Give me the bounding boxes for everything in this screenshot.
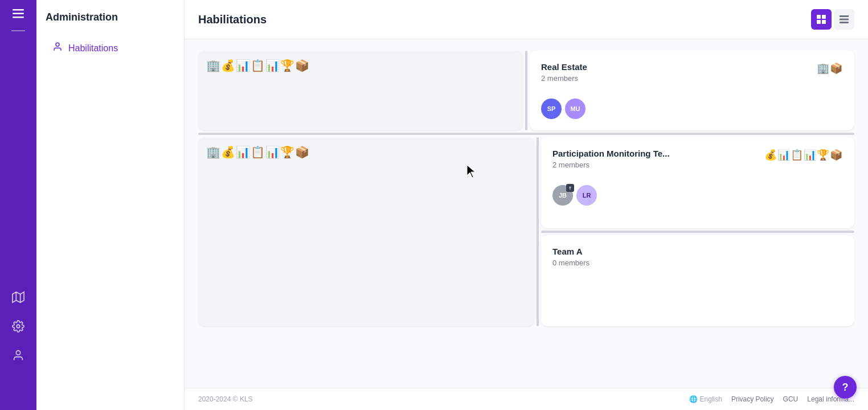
team-a-title: Team A (552, 247, 843, 256)
svg-rect-12 (822, 20, 826, 24)
real-estate-avatars: SP MU (541, 99, 843, 119)
view-toggles (811, 9, 854, 30)
language-selector[interactable]: 🌐 English (689, 395, 722, 403)
card-mid-left[interactable]: 🏢💰📊📋📊🏆📦 (198, 137, 534, 326)
svg-rect-11 (817, 20, 821, 24)
grid-area: 🏢💰📊📋📊🏆📦 Real Estate 2 members 🏢📦 SP MU (185, 39, 868, 388)
svg-point-7 (16, 351, 20, 355)
svg-rect-1 (13, 13, 24, 15)
real-estate-emojis: 🏢📦 (817, 62, 843, 75)
participation-title: Participation Monitoring Te... (552, 149, 670, 158)
sidebar-divider (11, 30, 25, 31)
list-view-button[interactable] (834, 9, 854, 30)
menu-icon[interactable] (13, 9, 24, 21)
main-header: Habilitations (185, 0, 868, 39)
grid-view-button[interactable] (811, 9, 832, 30)
card-top-left[interactable]: 🏢💰📊📋📊🏆📦 (198, 51, 523, 130)
language-label: English (700, 395, 722, 403)
svg-rect-2 (13, 17, 24, 18)
svg-rect-15 (840, 22, 849, 23)
svg-marker-3 (13, 292, 24, 302)
avatar-lr: LR (576, 185, 597, 206)
row-divider-2[interactable] (541, 231, 854, 233)
gcu-link[interactable]: GCU (783, 395, 799, 403)
footer: 2020-2024 © KLS 🌐 English Privacy Policy… (185, 388, 868, 410)
privacy-policy-link[interactable]: Privacy Policy (731, 395, 774, 403)
copyright: 2020-2024 © KLS (198, 395, 253, 403)
footer-links: 🌐 English Privacy Policy GCU Legal infor… (689, 395, 854, 403)
team-a-members: 0 members (552, 259, 843, 267)
participation-avatars: JB T LR (552, 185, 843, 206)
avatar-jb: JB T (552, 185, 573, 206)
help-button[interactable]: ? (834, 376, 857, 399)
svg-rect-9 (817, 15, 821, 19)
nav-item-habilitations[interactable]: Habilitations (46, 37, 175, 59)
svg-rect-14 (840, 19, 849, 20)
gear-icon[interactable] (12, 320, 24, 335)
jb-badge: T (566, 184, 574, 192)
real-estate-members: 2 members (541, 74, 587, 83)
real-estate-title: Real Estate (541, 62, 587, 72)
card-real-estate[interactable]: Real Estate 2 members 🏢📦 SP MU (530, 51, 854, 130)
left-panel: Administration Habilitations (36, 0, 185, 410)
main-title: Habilitations (198, 13, 267, 26)
habilitations-nav-label: Habilitations (68, 43, 118, 54)
sidebar (0, 0, 36, 410)
profile-icon[interactable] (12, 349, 24, 364)
card-team-a[interactable]: Team A 0 members (541, 235, 854, 326)
main-content: Habilitations (185, 0, 868, 410)
row-divider-1[interactable] (198, 133, 854, 135)
svg-rect-0 (13, 9, 24, 11)
habilitations-nav-icon (52, 42, 63, 55)
language-icon: 🌐 (689, 395, 698, 403)
card-participation[interactable]: Participation Monitoring Te... 2 members… (541, 137, 854, 228)
col-divider-2[interactable] (537, 137, 539, 326)
participation-emojis: 💰📊📋📊🏆📦 (764, 149, 843, 161)
map-icon[interactable] (12, 291, 24, 306)
admin-title: Administration (46, 11, 175, 23)
svg-rect-10 (822, 15, 826, 19)
avatar-mu: MU (565, 99, 586, 119)
svg-point-8 (56, 43, 59, 46)
svg-rect-13 (840, 15, 849, 17)
mid-left-emojis: 🏢💰📊📋📊🏆📦 (206, 145, 310, 159)
participation-members: 2 members (552, 161, 670, 169)
avatar-sp: SP (541, 99, 562, 119)
sidebar-bottom-icons (12, 291, 24, 364)
svg-point-6 (17, 325, 20, 328)
top-left-emojis: 🏢💰📊📋📊🏆📦 (206, 59, 310, 72)
col-divider-1[interactable] (525, 51, 527, 130)
